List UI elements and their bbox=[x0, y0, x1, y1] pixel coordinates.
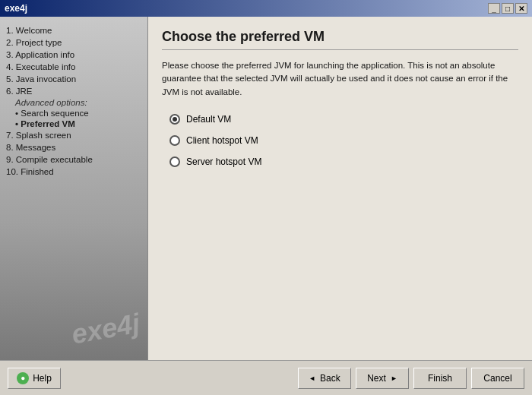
cancel-button[interactable]: Cancel bbox=[471, 368, 524, 389]
title-bar: exe4j _ □ ✕ bbox=[0, 0, 532, 17]
bottom-bar: ● Help Back Next Finish Cancel bbox=[0, 360, 532, 395]
sidebar-item-project-type[interactable]: 2. Project type bbox=[6, 36, 141, 49]
content-area: Choose the preferred VM Please choose th… bbox=[148, 17, 532, 360]
radio-server-hotspot-circle bbox=[169, 156, 180, 167]
sidebar-subnav: Advanced options: • Search sequence • Pr… bbox=[6, 97, 141, 129]
title-bar-label: exe4j bbox=[5, 3, 27, 14]
sidebar-watermark: exe4j bbox=[69, 307, 142, 350]
back-label: Back bbox=[320, 373, 340, 384]
radio-default-vm-label: Default VM bbox=[186, 114, 231, 125]
next-button[interactable]: Next bbox=[356, 368, 409, 389]
sidebar-item-search-sequence[interactable]: • Search sequence bbox=[15, 108, 141, 118]
content-description: Please choose the preferred JVM for laun… bbox=[162, 59, 518, 99]
help-button[interactable]: ● Help bbox=[8, 368, 61, 389]
content-title: Choose the preferred VM bbox=[162, 29, 518, 50]
radio-default-vm-circle bbox=[169, 114, 180, 125]
close-button[interactable]: ✕ bbox=[515, 3, 527, 14]
radio-group: Default VM Client hotspot VM Server hots… bbox=[162, 114, 518, 167]
sidebar-item-jre[interactable]: 6. JRE bbox=[6, 85, 141, 97]
sidebar-item-app-info[interactable]: 3. Application info bbox=[6, 49, 141, 61]
title-bar-buttons: _ □ ✕ bbox=[488, 3, 527, 14]
radio-client-hotspot[interactable]: Client hotspot VM bbox=[169, 135, 518, 146]
sidebar: 1. Welcome 2. Project type 3. Applicatio… bbox=[0, 17, 148, 360]
sidebar-item-compile-exec[interactable]: 9. Compile executable bbox=[6, 153, 141, 166]
radio-client-hotspot-label: Client hotspot VM bbox=[186, 135, 258, 146]
radio-server-hotspot[interactable]: Server hotspot VM bbox=[169, 156, 518, 167]
sidebar-item-splash-screen[interactable]: 7. Splash screen bbox=[6, 129, 141, 141]
radio-server-hotspot-label: Server hotspot VM bbox=[186, 156, 261, 167]
help-icon: ● bbox=[17, 372, 29, 384]
next-label: Next bbox=[367, 373, 386, 384]
cancel-label: Cancel bbox=[483, 373, 511, 384]
radio-client-hotspot-circle bbox=[169, 135, 180, 146]
sidebar-item-finished[interactable]: 10. Finished bbox=[6, 166, 141, 178]
sidebar-item-preferred-vm[interactable]: • Preferred VM bbox=[15, 118, 141, 129]
sidebar-item-exec-info[interactable]: 4. Executable info bbox=[6, 61, 141, 73]
maximize-button[interactable]: □ bbox=[502, 3, 514, 14]
finish-button[interactable]: Finish bbox=[413, 368, 467, 389]
radio-default-vm[interactable]: Default VM bbox=[169, 114, 518, 125]
sidebar-item-java-invocation[interactable]: 5. Java invocation bbox=[6, 73, 141, 85]
main-container: 1. Welcome 2. Project type 3. Applicatio… bbox=[0, 17, 532, 360]
back-button[interactable]: Back bbox=[298, 368, 351, 389]
help-label: Help bbox=[33, 373, 52, 384]
minimize-button[interactable]: _ bbox=[488, 3, 500, 14]
sidebar-item-messages[interactable]: 8. Messages bbox=[6, 141, 141, 153]
sidebar-item-advanced-label: Advanced options: bbox=[15, 97, 141, 108]
sidebar-item-welcome[interactable]: 1. Welcome bbox=[6, 24, 141, 36]
sidebar-nav: 1. Welcome 2. Project type 3. Applicatio… bbox=[6, 24, 141, 178]
finish-label: Finish bbox=[428, 373, 452, 384]
